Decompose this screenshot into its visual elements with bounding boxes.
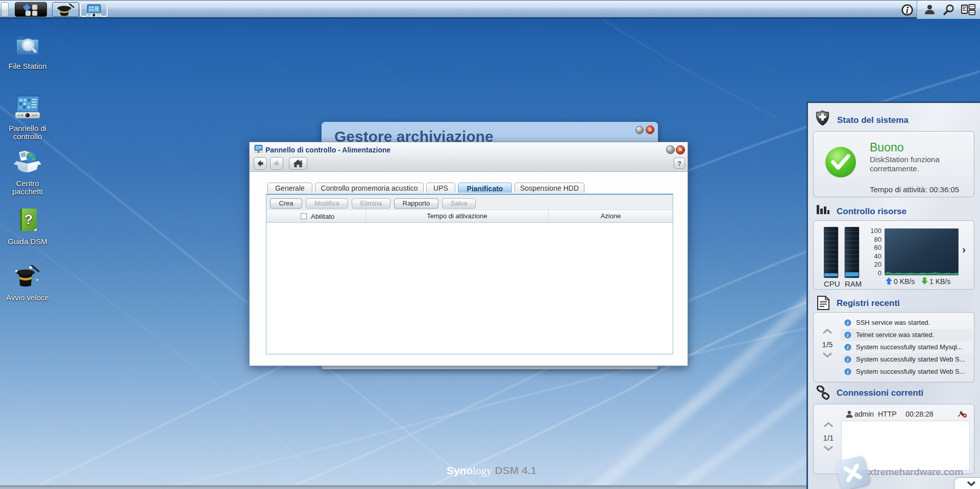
svg-text:i: i [847, 332, 849, 338]
svg-text:i: i [847, 320, 849, 326]
svg-text:i: i [847, 357, 849, 363]
svg-text:i: i [847, 369, 849, 375]
svg-text:i: i [847, 345, 849, 350]
svg-text:?: ? [24, 212, 33, 227]
